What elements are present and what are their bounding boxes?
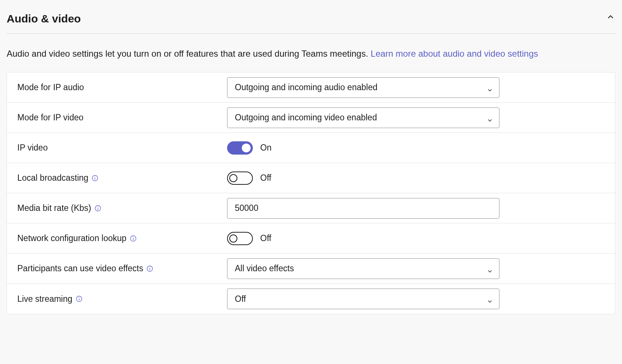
- dropdown-ip-audio-mode[interactable]: Outgoing and incoming audio enabled: [227, 77, 499, 98]
- svg-point-8: [133, 237, 134, 237]
- row-network-lookup: Network configuration lookup Off: [7, 223, 615, 254]
- row-ip-video: IP video On: [7, 133, 615, 163]
- settings-panel: Mode for IP audio Outgoing and incoming …: [7, 72, 615, 314]
- row-live-streaming: Live streaming Off: [7, 284, 615, 314]
- label-local-broadcasting: Local broadcasting: [17, 172, 88, 184]
- label-ip-audio-mode: Mode for IP audio: [17, 81, 84, 94]
- toggle-network-lookup[interactable]: [227, 232, 253, 245]
- label-ip-video: IP video: [17, 141, 48, 154]
- dropdown-live-streaming[interactable]: Off: [227, 289, 499, 309]
- chevron-down-icon: [487, 265, 493, 272]
- dropdown-video-effects[interactable]: All video effects: [227, 258, 499, 279]
- label-live-streaming: Live streaming: [17, 293, 73, 305]
- toggle-local-broadcasting[interactable]: [227, 172, 253, 185]
- toggle-local-broadcasting-state: Off: [260, 172, 271, 184]
- svg-point-2: [95, 176, 95, 177]
- input-media-bit-rate[interactable]: [227, 198, 499, 219]
- label-video-effects: Participants can use video effects: [17, 262, 143, 275]
- section-description: Audio and video settings let you turn on…: [7, 34, 615, 72]
- svg-point-11: [149, 267, 150, 268]
- label-media-bit-rate: Media bit rate (Kbs): [17, 202, 91, 215]
- toggle-ip-video-state: On: [260, 141, 272, 154]
- svg-point-5: [98, 206, 98, 207]
- row-video-effects: Participants can use video effects All v…: [7, 254, 615, 284]
- dropdown-ip-video-mode-value: Outgoing and incoming video enabled: [235, 111, 377, 124]
- row-local-broadcasting: Local broadcasting Off: [7, 163, 615, 193]
- section-title: Audio & video: [7, 10, 81, 27]
- info-icon[interactable]: [91, 174, 99, 182]
- info-icon[interactable]: [75, 295, 83, 303]
- info-icon[interactable]: [146, 265, 153, 272]
- chevron-down-icon: [487, 296, 493, 302]
- toggle-network-lookup-state: Off: [260, 232, 271, 245]
- label-network-lookup: Network configuration lookup: [17, 232, 127, 245]
- toggle-ip-video[interactable]: [227, 141, 253, 155]
- chevron-down-icon: [487, 114, 493, 121]
- section-header[interactable]: Audio & video: [7, 7, 615, 34]
- learn-more-link[interactable]: Learn more about audio and video setting…: [371, 49, 538, 59]
- description-text: Audio and video settings let you turn on…: [7, 49, 371, 59]
- chevron-down-icon: [487, 84, 493, 91]
- row-ip-audio-mode: Mode for IP audio Outgoing and incoming …: [7, 73, 615, 103]
- label-ip-video-mode: Mode for IP video: [17, 111, 84, 124]
- info-icon[interactable]: [94, 205, 102, 212]
- dropdown-ip-audio-mode-value: Outgoing and incoming audio enabled: [235, 81, 377, 94]
- row-media-bit-rate: Media bit rate (Kbs): [7, 193, 615, 223]
- dropdown-video-effects-value: All video effects: [235, 262, 294, 275]
- svg-point-14: [79, 297, 79, 298]
- dropdown-live-streaming-value: Off: [235, 293, 246, 305]
- chevron-up-icon[interactable]: [606, 12, 615, 25]
- info-icon[interactable]: [130, 235, 137, 242]
- row-ip-video-mode: Mode for IP video Outgoing and incoming …: [7, 103, 615, 133]
- dropdown-ip-video-mode[interactable]: Outgoing and incoming video enabled: [227, 107, 499, 128]
